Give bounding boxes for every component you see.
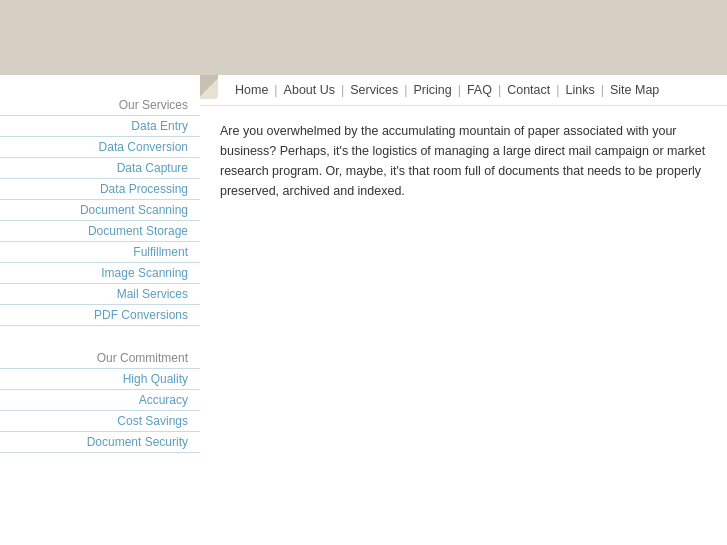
nav-link-about-us[interactable]: About Us [284, 83, 335, 97]
sidebar-item-data-processing[interactable]: Data Processing [0, 179, 200, 200]
sidebar-item-document-security[interactable]: Document Security [0, 432, 200, 453]
nav-separator-1: | [341, 83, 344, 97]
nav-links: Home|About Us|Services|Pricing|FAQ|Conta… [215, 83, 659, 97]
sidebar-item-image-scanning[interactable]: Image Scanning [0, 263, 200, 284]
sidebar-item-fulfillment[interactable]: Fulfillment [0, 242, 200, 263]
sidebar-item-our-services: Our Services [0, 95, 200, 116]
nav-separator-3: | [458, 83, 461, 97]
nav-bar: Home|About Us|Services|Pricing|FAQ|Conta… [200, 75, 727, 106]
content-body: Are you overwhelmed by the accumulating … [200, 106, 727, 216]
nav-separator-6: | [601, 83, 604, 97]
sidebar-item-document-storage[interactable]: Document Storage [0, 221, 200, 242]
nav-link-contact[interactable]: Contact [507, 83, 550, 97]
sidebar-item-mail-services[interactable]: Mail Services [0, 284, 200, 305]
sidebar-section-0: Our ServicesData EntryData ConversionDat… [0, 95, 200, 338]
nav-link-services[interactable]: Services [350, 83, 398, 97]
sidebar-item-data-capture[interactable]: Data Capture [0, 158, 200, 179]
nav-separator-5: | [556, 83, 559, 97]
sidebar-item-our-commitment: Our Commitment [0, 348, 200, 369]
nav-corner-decoration [200, 75, 218, 99]
content-area: Home|About Us|Services|Pricing|FAQ|Conta… [200, 75, 727, 545]
nav-link-home[interactable]: Home [235, 83, 268, 97]
nav-separator-2: | [404, 83, 407, 97]
sidebar-section-1: Our CommitmentHigh QualityAccuracyCost S… [0, 348, 200, 453]
sidebar-item-cost-savings[interactable]: Cost Savings [0, 411, 200, 432]
sidebar-item-high-quality[interactable]: High Quality [0, 369, 200, 390]
nav-link-links[interactable]: Links [566, 83, 595, 97]
nav-link-site-map[interactable]: Site Map [610, 83, 659, 97]
sidebar-item-pdf-conversions[interactable]: PDF Conversions [0, 305, 200, 326]
sidebar-gap [0, 326, 200, 338]
sidebar-item-data-conversion[interactable]: Data Conversion [0, 137, 200, 158]
sidebar-item-accuracy[interactable]: Accuracy [0, 390, 200, 411]
top-banner [0, 0, 727, 75]
sidebar: Our ServicesData EntryData ConversionDat… [0, 75, 200, 545]
nav-link-pricing[interactable]: Pricing [413, 83, 451, 97]
sidebar-item-document-scanning[interactable]: Document Scanning [0, 200, 200, 221]
nav-link-faq[interactable]: FAQ [467, 83, 492, 97]
main-container: Our ServicesData EntryData ConversionDat… [0, 75, 727, 545]
nav-separator-0: | [274, 83, 277, 97]
nav-separator-4: | [498, 83, 501, 97]
sidebar-item-data-entry[interactable]: Data Entry [0, 116, 200, 137]
